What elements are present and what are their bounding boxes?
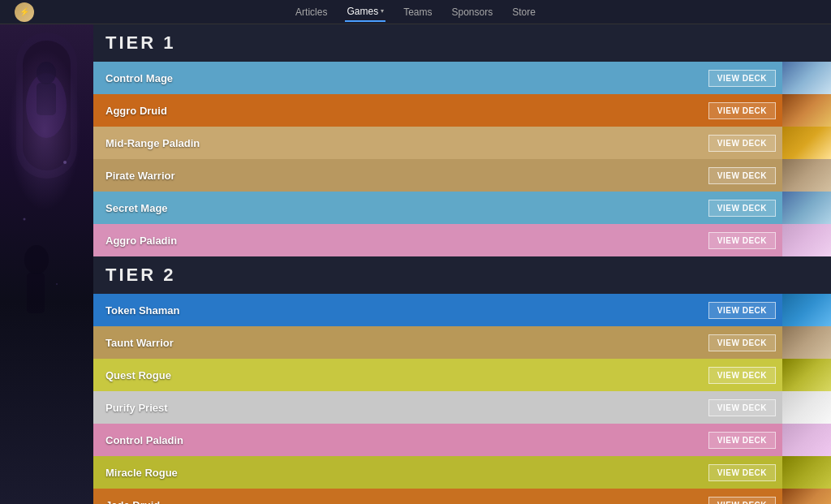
svg-rect-6	[27, 273, 45, 313]
deck-row-pirate-warrior[interactable]: Pirate Warrior VIEW DECK	[93, 159, 831, 192]
nav-sponsors[interactable]: Sponsors	[450, 3, 494, 21]
nav-articles[interactable]: Articles	[294, 3, 329, 21]
tier-2-header: TIER 2	[93, 256, 831, 294]
deck-thumbnail	[782, 192, 831, 224]
view-deck-button[interactable]: VIEW DECK	[708, 399, 776, 416]
svg-point-3	[37, 62, 56, 84]
view-deck-button[interactable]: VIEW DECK	[708, 135, 776, 152]
view-deck-button[interactable]: VIEW DECK	[708, 167, 776, 184]
view-deck-button[interactable]: VIEW DECK	[708, 302, 776, 319]
deck-thumbnail	[782, 127, 831, 159]
deck-thumbnail	[782, 424, 831, 456]
deck-row-aggro-druid[interactable]: Aggro Druid VIEW DECK	[93, 94, 831, 127]
tier-2-title: TIER 2	[105, 265, 175, 286]
tier-1-title: TIER 1	[105, 32, 175, 54]
sidebar-background	[0, 0, 93, 504]
nav-games[interactable]: Games ▾	[345, 2, 385, 22]
deck-thumbnail	[782, 224, 831, 256]
deck-thumbnail	[782, 456, 831, 489]
deck-name: Aggro Paladin	[93, 235, 708, 247]
view-deck-button[interactable]: VIEW DECK	[708, 497, 776, 505]
deck-row-aggro-paladin[interactable]: Aggro Paladin VIEW DECK	[93, 224, 831, 256]
view-deck-button[interactable]: VIEW DECK	[708, 367, 776, 384]
view-deck-button[interactable]: VIEW DECK	[708, 334, 776, 351]
deck-row-token-shaman[interactable]: Token Shaman VIEW DECK	[93, 294, 831, 326]
svg-point-9	[56, 283, 58, 285]
deck-name: Secret Mage	[93, 202, 708, 214]
deck-thumbnail	[782, 62, 831, 94]
deck-row-secret-mage[interactable]: Secret Mage VIEW DECK	[93, 192, 831, 224]
deck-row-control-mage[interactable]: Control Mage VIEW DECK	[93, 62, 831, 94]
deck-row-taunt-warrior[interactable]: Taunt Warrior VIEW DECK	[93, 326, 831, 359]
deck-name: Mid-Range Paladin	[93, 137, 708, 149]
chevron-down-icon: ▾	[381, 7, 384, 15]
svg-rect-0	[16, 32, 77, 179]
deck-name: Pirate Warrior	[93, 170, 708, 182]
view-deck-button[interactable]: VIEW DECK	[708, 70, 776, 87]
deck-row-purify-priest[interactable]: Purify Priest VIEW DECK	[93, 391, 831, 424]
deck-row-control-paladin[interactable]: Control Paladin VIEW DECK	[93, 424, 831, 456]
deck-name: Taunt Warrior	[93, 337, 708, 349]
deck-thumbnail	[782, 294, 831, 326]
nav-store[interactable]: Store	[510, 3, 537, 21]
view-deck-button[interactable]: VIEW DECK	[708, 464, 776, 481]
deck-name: Control Mage	[93, 72, 708, 84]
deck-name: Aggro Druid	[93, 105, 708, 117]
logo-icon: ⚡	[15, 2, 34, 22]
deck-thumbnail	[782, 326, 831, 359]
view-deck-button[interactable]: VIEW DECK	[708, 102, 776, 119]
nav-links: Articles Games ▾ Teams Sponsors Store	[294, 2, 537, 22]
svg-point-5	[24, 245, 49, 274]
deck-thumbnail	[782, 359, 831, 391]
deck-name: Token Shaman	[93, 304, 708, 317]
view-deck-button[interactable]: VIEW DECK	[708, 200, 776, 217]
nav-teams[interactable]: Teams	[402, 3, 433, 21]
deck-name: Quest Rogue	[93, 369, 708, 381]
deck-name: Control Paladin	[93, 434, 708, 446]
deck-name: Purify Priest	[93, 402, 708, 414]
deck-name: Miracle Rogue	[93, 467, 708, 479]
main-content: TIER 1 Control Mage VIEW DECK Aggro Drui…	[93, 24, 831, 504]
tier-1-header: TIER 1	[93, 24, 831, 62]
deck-thumbnail	[782, 159, 831, 192]
svg-point-7	[63, 161, 67, 164]
view-deck-button[interactable]: VIEW DECK	[708, 232, 776, 249]
svg-rect-4	[37, 83, 56, 115]
deck-row-miracle-rogue[interactable]: Miracle Rogue VIEW DECK	[93, 456, 831, 489]
svg-point-8	[24, 218, 26, 221]
navbar: ⚡ Articles Games ▾ Teams Sponsors Store	[0, 0, 831, 24]
deck-thumbnail	[782, 391, 831, 424]
deck-row-midrange-paladin[interactable]: Mid-Range Paladin VIEW DECK	[93, 127, 831, 159]
deck-thumbnail	[782, 489, 831, 504]
deck-thumbnail	[782, 94, 831, 127]
view-deck-button[interactable]: VIEW DECK	[708, 432, 776, 449]
svg-rect-1	[23, 41, 71, 170]
deck-row-jade-druid[interactable]: Jade Druid VIEW DECK	[93, 489, 831, 504]
deck-row-quest-rogue[interactable]: Quest Rogue VIEW DECK	[93, 359, 831, 391]
svg-point-2	[26, 73, 67, 138]
logo[interactable]: ⚡	[12, 0, 37, 24]
deck-name: Jade Druid	[93, 499, 708, 505]
